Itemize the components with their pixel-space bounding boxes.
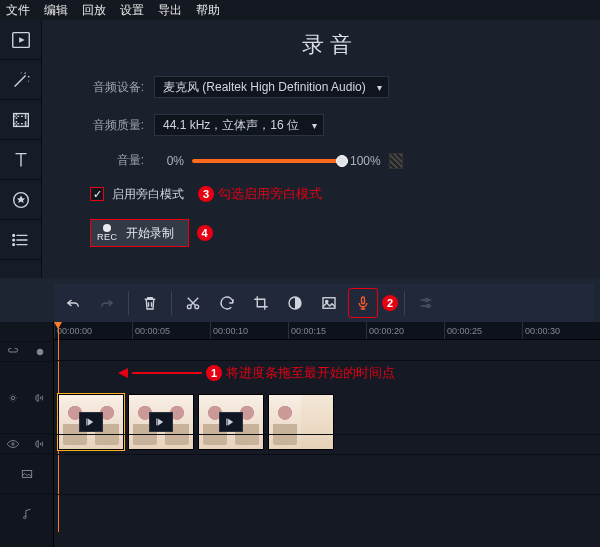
svg-point-4: [13, 239, 15, 241]
menu-export[interactable]: 导出: [158, 2, 182, 19]
annotation-1: 1 将进度条拖至最开始的时间点: [118, 364, 395, 382]
ruler-tick: 00:00:25: [444, 322, 522, 339]
transition-icon[interactable]: [219, 412, 243, 432]
contrast-button[interactable]: [280, 288, 310, 318]
audio-device-select[interactable]: 麦克风 (Realtek High Definition Audio): [154, 76, 389, 98]
transition-icon[interactable]: [149, 412, 173, 432]
annotation-badge-2: 2: [382, 295, 398, 311]
svg-point-15: [12, 396, 16, 400]
recording-panel: 录音 音频设备: 麦克风 (Realtek High Definition Au…: [42, 20, 600, 278]
quality-label: 音频质量:: [82, 117, 144, 134]
frame-icon[interactable]: [0, 100, 42, 140]
svg-point-16: [12, 442, 14, 444]
timeline: 00:00:00 00:00:05 00:00:10 00:00:15 00:0…: [0, 322, 600, 547]
slider-thumb[interactable]: [336, 155, 348, 167]
video-clip-row: [58, 394, 334, 450]
gutter-image-track[interactable]: [0, 454, 53, 494]
volume-slider[interactable]: [192, 159, 342, 163]
ruler-tick: 00:00:20: [366, 322, 444, 339]
video-clip[interactable]: [268, 394, 334, 450]
timeline-toolbar: 2: [54, 284, 594, 322]
svg-point-5: [13, 243, 15, 245]
undo-button[interactable]: [58, 288, 88, 318]
properties-button[interactable]: [411, 288, 441, 318]
svg-rect-11: [362, 297, 365, 304]
timeline-gutter: [0, 322, 54, 547]
menu-file[interactable]: 文件: [6, 2, 30, 19]
redo-button[interactable]: [92, 288, 122, 318]
arrow-left-icon: [118, 368, 128, 378]
volume-max: 100%: [350, 154, 381, 168]
menu-bar: 文件 编辑 回放 设置 导出 帮助: [0, 0, 600, 20]
microphone-button[interactable]: [348, 288, 378, 318]
wand-icon[interactable]: [0, 60, 42, 100]
record-button[interactable]: REC 开始录制: [90, 219, 189, 247]
menu-playback[interactable]: 回放: [82, 2, 106, 19]
svg-point-14: [37, 349, 43, 355]
narration-checkbox[interactable]: [90, 187, 104, 201]
sticker-icon[interactable]: [0, 180, 42, 220]
volume-min: 0%: [154, 154, 184, 168]
annotation-badge-4: 4: [197, 225, 213, 241]
annotation-3: 3 勾选启用旁白模式: [198, 185, 322, 203]
gutter-link-rec[interactable]: [0, 342, 53, 362]
menu-edit[interactable]: 编辑: [44, 2, 68, 19]
record-button-label: 开始录制: [126, 225, 174, 242]
svg-point-6: [187, 305, 191, 309]
ruler-tick: 00:00:05: [132, 322, 210, 339]
ruler-tick: 00:00:00: [54, 322, 132, 339]
annotation-badge-3: 3: [198, 186, 214, 202]
gutter-video-track[interactable]: [0, 362, 53, 434]
delete-button[interactable]: [135, 288, 165, 318]
device-label: 音频设备:: [82, 79, 144, 96]
timeline-ruler[interactable]: 00:00:00 00:00:05 00:00:10 00:00:15 00:0…: [54, 322, 600, 340]
transition-icon[interactable]: [79, 412, 103, 432]
gutter-audio-track[interactable]: [0, 494, 53, 534]
video-clip[interactable]: [198, 394, 264, 450]
svg-rect-9: [323, 298, 335, 309]
ruler-tick: 00:00:15: [288, 322, 366, 339]
video-clip[interactable]: [58, 394, 124, 450]
record-icon: REC: [97, 224, 118, 242]
audio-quality-select[interactable]: 44.1 kHz，立体声，16 位: [154, 114, 324, 136]
list-icon[interactable]: [0, 220, 42, 260]
sidebar: [0, 20, 42, 278]
menu-help[interactable]: 帮助: [196, 2, 220, 19]
annotation-badge-1: 1: [206, 365, 222, 381]
rotate-button[interactable]: [212, 288, 242, 318]
svg-point-7: [195, 305, 199, 309]
video-clip[interactable]: [128, 394, 194, 450]
svg-rect-1: [14, 113, 29, 126]
panel-title: 录音: [82, 30, 578, 60]
image-button[interactable]: [314, 288, 344, 318]
crop-button[interactable]: [246, 288, 276, 318]
cut-button[interactable]: [178, 288, 208, 318]
gutter-eye-vol[interactable]: [0, 434, 53, 454]
volume-meter-icon: [389, 153, 403, 169]
volume-label: 音量:: [82, 152, 144, 169]
svg-point-3: [13, 234, 15, 236]
text-icon[interactable]: [0, 140, 42, 180]
ruler-tick: 00:00:10: [210, 322, 288, 339]
media-icon[interactable]: [0, 20, 42, 60]
ruler-tick: 00:00:30: [522, 322, 600, 339]
narration-checkbox-label: 启用旁白模式: [112, 186, 184, 203]
menu-settings[interactable]: 设置: [120, 2, 144, 19]
